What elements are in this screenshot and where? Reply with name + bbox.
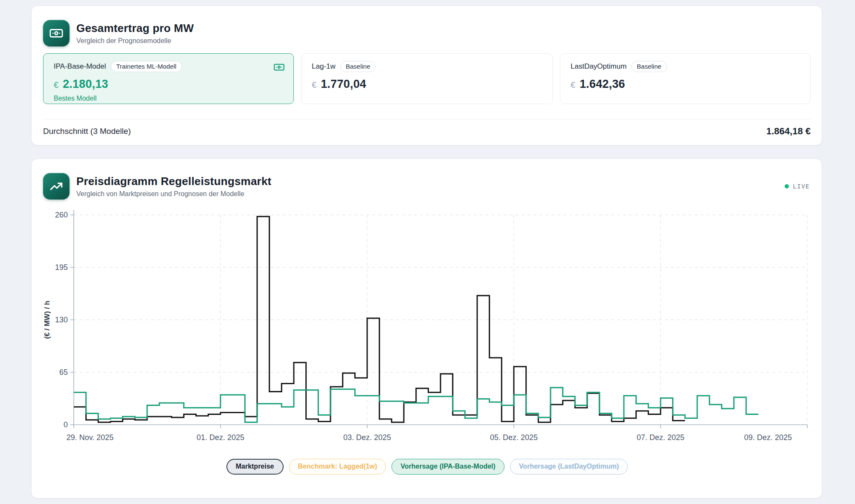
trending-up-icon — [43, 173, 70, 200]
dashboard-page: Gesamtertrag pro MW Vergleich der Progno… — [0, 0, 855, 504]
legend-button-marktpreise[interactable]: Marktpreise — [226, 459, 284, 475]
chart-card-title: Preisdiagramm Regelleistungsmarkt — [76, 175, 271, 188]
model-card-lastdayoptimum: LastDayOptimum Baseline € 1.642,36 — [560, 53, 811, 104]
currency-symbol: € — [312, 80, 316, 90]
svg-text:65: 65 — [59, 368, 68, 377]
svg-text:195: 195 — [55, 263, 68, 272]
live-label: LIVE — [793, 183, 810, 190]
best-model-note: Bestes Modell — [54, 95, 283, 102]
svg-text:07. Dez. 2025: 07. Dez. 2025 — [637, 433, 684, 442]
price-chart-svg[interactable]: 29. Nov. 202501. Dez. 202503. Dez. 20250… — [40, 200, 820, 452]
model-cards-row: IPA-Base-Model Trainertes ML-Modell € 2.… — [43, 53, 811, 104]
svg-text:05. Dez. 2025: 05. Dez. 2025 — [490, 433, 538, 442]
revenue-card: Gesamtertrag pro MW Vergleich der Progno… — [31, 6, 822, 145]
chart-card-header: Preisdiagramm Regelleistungsmarkt Vergle… — [43, 173, 271, 200]
model-name: Lag-1w — [312, 62, 336, 71]
model-badge: Baseline — [631, 61, 667, 72]
model-value: 2.180,13 — [63, 78, 108, 91]
model-badge: Baseline — [340, 61, 376, 72]
live-dot-icon — [785, 184, 789, 188]
average-value: 1.864,18 € — [766, 126, 811, 137]
model-value: 1.770,04 — [321, 78, 366, 91]
currency-symbol: € — [571, 80, 575, 90]
live-badge: LIVE — [785, 183, 810, 190]
legend-button-benchmark-lagged[interactable]: Benchmark: Lagged(1w) — [289, 459, 386, 475]
model-card-ipa: IPA-Base-Model Trainertes ML-Modell € 2.… — [43, 53, 294, 104]
svg-text:(€ / MW) / h: (€ / MW) / h — [43, 301, 51, 339]
svg-text:01. Dez. 2025: 01. Dez. 2025 — [197, 433, 244, 442]
price-chart[interactable]: 29. Nov. 202501. Dez. 202503. Dez. 20250… — [40, 200, 820, 452]
model-badge: Trainertes ML-Modell — [111, 61, 182, 72]
banknote-icon — [43, 20, 70, 46]
legend-button-vorhersage-lastday[interactable]: Vorhersage (LastDayOptimum) — [510, 459, 628, 475]
chart-legend: Marktpreise Benchmark: Lagged(1w) Vorher… — [32, 459, 823, 475]
average-label: Durchschnitt (3 Modelle) — [43, 127, 131, 136]
model-value: 1.642,36 — [580, 78, 625, 91]
svg-text:130: 130 — [55, 316, 68, 324]
price-chart-card: Preisdiagramm Regelleistungsmarkt Vergle… — [31, 159, 822, 498]
banknote-icon — [273, 61, 285, 75]
revenue-card-subtitle: Vergleich der Prognosemodelle — [76, 37, 194, 45]
revenue-card-header: Gesamtertrag pro MW Vergleich der Progno… — [43, 20, 194, 46]
legend-button-vorhersage-ipa[interactable]: Vorhersage (IPA-Base-Model) — [391, 459, 504, 475]
svg-text:29. Nov. 2025: 29. Nov. 2025 — [67, 433, 114, 442]
chart-card-subtitle: Vergleich von Marktpreisen und Prognosen… — [76, 190, 271, 198]
svg-text:03. Dez. 2025: 03. Dez. 2025 — [343, 433, 391, 442]
currency-symbol: € — [54, 80, 58, 90]
svg-text:09. Dez. 2025: 09. Dez. 2025 — [744, 433, 792, 442]
divider — [43, 119, 811, 119]
svg-text:260: 260 — [55, 211, 68, 219]
model-card-lag1w: Lag-1w Baseline € 1.770,04 — [301, 53, 553, 104]
average-row: Durchschnitt (3 Modelle) 1.864,18 € — [43, 126, 811, 137]
svg-text:0: 0 — [64, 420, 68, 429]
model-name: IPA-Base-Model — [54, 62, 106, 71]
model-name: LastDayOptimum — [571, 62, 626, 71]
revenue-card-title: Gesamtertrag pro MW — [76, 22, 194, 35]
